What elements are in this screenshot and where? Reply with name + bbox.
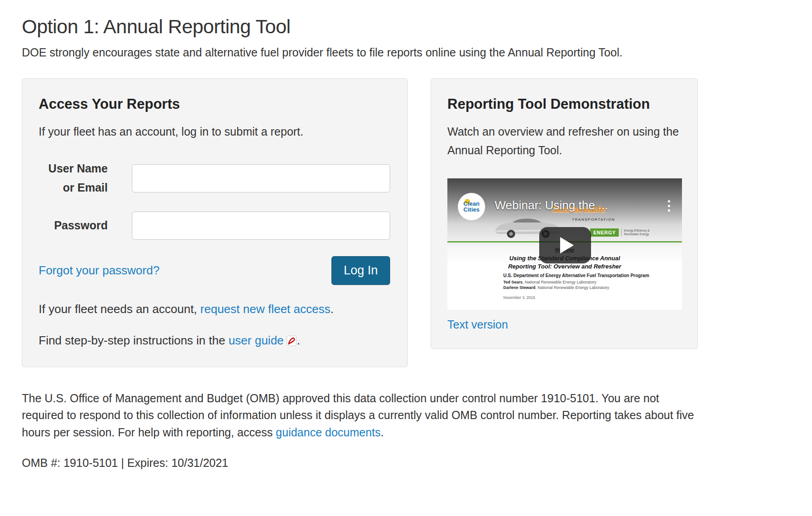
password-label: Password [39,216,108,235]
request-new-fleet-access-link[interactable]: request new fleet access [200,302,331,316]
user-guide-prefix: Find step-by-step instructions in the [39,334,229,347]
username-label-line2: or Email [63,181,108,194]
energy-logo-box: ENERGY [590,228,619,237]
page-container: Option 1: Annual Reporting Tool DOE stro… [0,0,812,488]
guidance-documents-link[interactable]: guidance documents [276,426,381,439]
energy-subtext-line1: Energy Efficiency & [624,229,649,232]
username-row: User Name or Email [39,159,391,197]
user-guide-text: Find step-by-step instructions in the us… [39,334,391,349]
password-row: Password [39,212,391,240]
play-button[interactable] [539,227,591,263]
webinar-video-thumbnail[interactable]: Sustainable TRANSPORTATION ENERGY Energy… [447,178,682,310]
request-access-prefix: If your fleet needs an account, [39,302,200,316]
demo-heading: Reporting Tool Demonstration [447,96,681,112]
energy-logo-subtext: Energy Efficiency & Renewable Energy [621,229,649,236]
clean-cities-logo-line1: Clean [463,201,479,207]
play-icon [560,237,574,253]
presenter-2-org: , National Renewable Energy Laboratory [536,285,609,290]
slide-org-line: U.S. Department of Energy Alternative Fu… [503,273,649,278]
presenter-2-name: Darlene Steward [503,285,536,290]
forgot-password-link[interactable]: Forgot your password? [39,263,160,278]
demo-intro: Watch an overview and refresher on using… [447,122,681,160]
request-access-suffix: . [331,302,334,316]
presenter-line-1: Ted Sears, National Renewable Energy Lab… [503,279,649,285]
page-title: Option 1: Annual Reporting Tool [22,15,790,38]
page-subtitle: DOE strongly encourages state and altern… [22,46,790,59]
demo-panel: Reporting Tool Demonstration Watch an ov… [431,78,698,349]
login-button[interactable]: Log In [331,256,390,285]
password-input[interactable] [132,212,390,240]
presenter-line-2: Darlene Steward, National Renewable Ener… [503,285,649,290]
text-version-link[interactable]: Text version [447,318,508,331]
user-guide-link[interactable]: user guide [229,334,284,347]
video-overlay-title: Webinar: Using the ... [495,198,608,212]
energy-subtext-line2: Renewable Energy [624,233,649,236]
presenter-1-name: Ted Sears [503,280,522,284]
panels-row: Access Your Reports If your fleet has an… [22,78,790,367]
omb-paragraph-suffix: . [381,426,384,439]
login-panel: Access Your Reports If your fleet has an… [22,78,408,367]
username-label: User Name or Email [39,159,108,197]
request-access-text: If your fleet needs an account, request … [39,302,391,316]
login-heading: Access Your Reports [39,96,391,112]
login-actions-row: Forgot your password? Log In [39,256,390,285]
user-guide-suffix: . [297,334,300,347]
kebab-menu-icon[interactable] [668,200,670,212]
clean-cities-logo-line2: Cities [463,207,479,212]
pdf-icon[interactable] [286,335,297,349]
username-input[interactable] [132,164,390,192]
omb-paragraph: The U.S. Office of Management and Budget… [22,390,704,441]
doe-energy-logo: ENERGY Energy Efficiency & Renewable Ene… [590,228,650,237]
username-label-line1: User Name [48,162,108,175]
omb-control-number-line: OMB #: 1910-5101 | Expires: 10/31/2021 [22,456,790,488]
presenter-1-org: , National Renewable Energy Laboratory [522,280,596,284]
transportation-brand-subtext: TRANSPORTATION [572,218,615,222]
slide-title-line2: Reporting Tool: Overview and Refresher [508,263,622,270]
slide-credits: U.S. Department of Energy Alternative Fu… [503,273,649,300]
login-intro: If your fleet has an account, log in to … [39,122,391,141]
clean-cities-logo: Clean Cities [458,193,485,220]
slide-date: November 3, 2015 [503,295,649,300]
